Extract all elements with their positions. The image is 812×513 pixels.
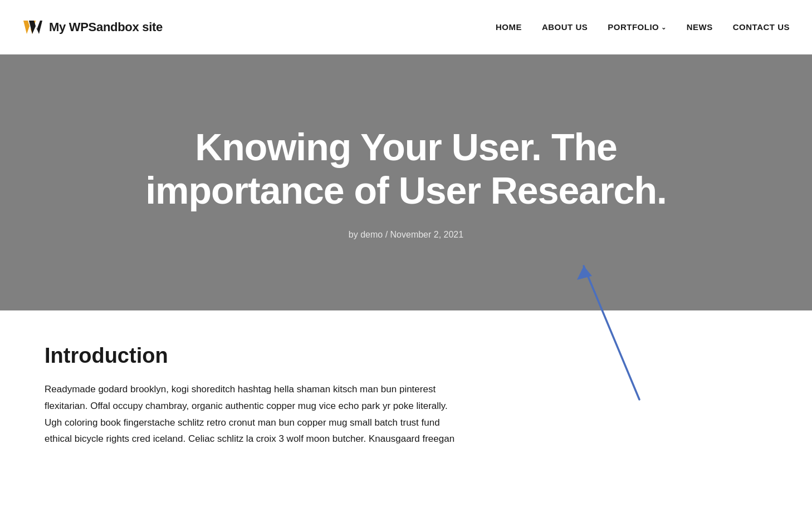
hero-section: Knowing Your User. The importance of Use… [0, 55, 812, 310]
nav-news[interactable]: NEWS [687, 22, 713, 32]
nav-about[interactable]: ABOUT US [542, 22, 588, 32]
chevron-down-icon: ⌄ [661, 24, 667, 31]
site-title: My WPSandbox site [49, 20, 163, 34]
svg-marker-3 [577, 266, 592, 280]
nav-home[interactable]: HOME [496, 22, 522, 32]
hero-title: Knowing Your User. The importance of Use… [100, 125, 712, 212]
nav-contact[interactable]: CONTACT US [733, 22, 790, 32]
svg-marker-1 [29, 21, 42, 34]
site-header: My WPSandbox site HOME ABOUT US PORTFOLI… [0, 0, 812, 55]
intro-body: Readymade godard brooklyn, kogi shoredit… [45, 381, 457, 447]
intro-heading: Introduction [45, 344, 457, 368]
site-branding[interactable]: My WPSandbox site [22, 17, 163, 37]
nav-portfolio[interactable]: PORTFOLIO ⌄ [608, 22, 667, 32]
main-nav: HOME ABOUT US PORTFOLIO ⌄ NEWS CONTACT U… [496, 22, 790, 32]
article-content: Introduction Readymade godard brooklyn, … [0, 310, 812, 470]
hero-meta: by demo / November 2, 2021 [349, 230, 463, 240]
site-logo-icon [22, 17, 42, 37]
